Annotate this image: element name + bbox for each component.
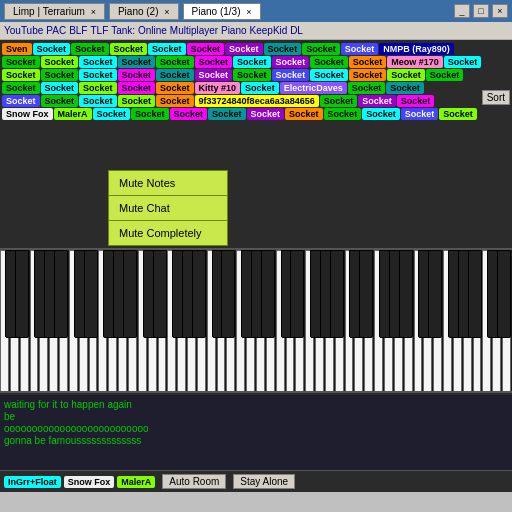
bottom-player-tag[interactable]: MalerA xyxy=(117,476,155,488)
player-tag[interactable]: Socket xyxy=(71,43,109,55)
player-tag[interactable]: Socket xyxy=(110,43,148,55)
player-tag[interactable]: Socket xyxy=(439,108,477,120)
player-tag[interactable]: Socket xyxy=(349,56,387,68)
player-tag[interactable]: Socket xyxy=(362,108,400,120)
player-tag[interactable]: Socket xyxy=(118,82,156,94)
player-tag[interactable]: Socket xyxy=(272,69,310,81)
tab-piano2[interactable]: Piano (2) × xyxy=(109,3,179,20)
sort-button[interactable]: Sort xyxy=(482,90,510,105)
player-tag[interactable]: MalerA xyxy=(54,108,92,120)
player-tag[interactable]: Socket xyxy=(386,82,424,94)
minimize-button[interactable]: _ xyxy=(454,4,470,18)
player-tag[interactable]: Socket xyxy=(2,56,40,68)
menu-mute-chat[interactable]: Mute Chat xyxy=(109,198,227,218)
player-tag[interactable]: Socket xyxy=(131,108,169,120)
player-tag[interactable]: Socket xyxy=(285,108,323,120)
player-tag[interactable]: Meow #170 xyxy=(387,56,443,68)
player-tag[interactable]: Socket xyxy=(233,69,271,81)
maximize-button[interactable]: □ xyxy=(473,4,489,18)
player-tag[interactable]: Socket xyxy=(79,69,117,81)
player-tag[interactable]: Socket xyxy=(156,95,194,107)
player-tag[interactable]: Socket xyxy=(79,95,117,107)
player-tag[interactable]: Socket xyxy=(156,82,194,94)
player-tag[interactable]: Socket xyxy=(41,95,79,107)
player-tag[interactable]: Sven xyxy=(2,43,32,55)
player-tag[interactable]: Socket xyxy=(2,69,40,81)
black-key[interactable] xyxy=(192,250,206,338)
player-tag[interactable]: Socket xyxy=(93,108,131,120)
black-key[interactable] xyxy=(221,250,235,338)
player-tag[interactable]: Socket xyxy=(156,69,194,81)
bottom-tab[interactable]: Stay Alone xyxy=(233,474,295,489)
player-tag[interactable]: Socket xyxy=(208,108,246,120)
player-tag[interactable]: 9f33724840f8eca6a3a84656 xyxy=(195,95,319,107)
player-tag[interactable]: Socket xyxy=(195,69,233,81)
player-tag[interactable]: Socket xyxy=(2,95,40,107)
bookmark-tank[interactable]: Tank: Online xyxy=(111,25,167,36)
player-tag[interactable]: Socket xyxy=(79,82,117,94)
black-key[interactable] xyxy=(330,250,344,338)
tab-piano13[interactable]: Piano (1/3) × xyxy=(183,3,261,20)
menu-mute-completely[interactable]: Mute Completely xyxy=(109,223,227,243)
player-tag[interactable]: Socket xyxy=(264,43,302,55)
black-key[interactable] xyxy=(399,250,413,338)
close-button[interactable]: × xyxy=(492,4,508,18)
black-key[interactable] xyxy=(153,250,167,338)
player-tag[interactable]: Socket xyxy=(195,56,233,68)
bottom-player-tag[interactable]: InGrr+Float xyxy=(4,476,61,488)
bookmark-keepkid[interactable]: KeepKid DL xyxy=(250,25,303,36)
player-tag[interactable]: Socket xyxy=(324,108,362,120)
player-tag[interactable]: Snow Fox xyxy=(2,108,53,120)
player-tag[interactable]: Socket xyxy=(349,69,387,81)
bottom-player-tag[interactable]: Snow Fox xyxy=(64,476,115,488)
player-tag[interactable]: Socket xyxy=(41,56,79,68)
player-tag[interactable]: Socket xyxy=(225,43,263,55)
player-tag[interactable]: Socket xyxy=(118,69,156,81)
player-tag[interactable]: Socket xyxy=(310,56,348,68)
black-key[interactable] xyxy=(359,250,373,338)
tab-limp[interactable]: Limp | Terrarium × xyxy=(4,3,105,20)
player-tag[interactable]: Socket xyxy=(170,108,208,120)
player-tag[interactable]: Socket xyxy=(358,95,396,107)
black-key[interactable] xyxy=(54,250,68,338)
player-tag[interactable]: Kitty #10 xyxy=(195,82,241,94)
player-tag[interactable]: Socket xyxy=(118,95,156,107)
player-tag[interactable]: Socket xyxy=(426,69,464,81)
black-key[interactable] xyxy=(497,250,511,338)
bookmark-youtube[interactable]: YouTube xyxy=(4,25,43,36)
player-tag[interactable]: Socket xyxy=(233,56,271,68)
player-tag[interactable]: Socket xyxy=(348,82,386,94)
player-tag[interactable]: Socket xyxy=(241,82,279,94)
black-key[interactable] xyxy=(261,250,275,338)
bookmark-tlf[interactable]: TLF xyxy=(90,25,108,36)
player-tag[interactable]: Socket xyxy=(247,108,285,120)
player-tag[interactable]: Socket xyxy=(302,43,340,55)
player-tag[interactable]: Socket xyxy=(397,95,435,107)
black-key[interactable] xyxy=(15,250,29,338)
player-tag[interactable]: Socket xyxy=(79,56,117,68)
player-tag[interactable]: Socket xyxy=(310,69,348,81)
player-tag[interactable]: Socket xyxy=(341,43,379,55)
player-tag[interactable]: Socket xyxy=(33,43,71,55)
player-tag[interactable]: Socket xyxy=(444,56,482,68)
black-key[interactable] xyxy=(428,250,442,338)
player-tag[interactable]: Socket xyxy=(320,95,358,107)
player-tag[interactable]: Socket xyxy=(148,43,186,55)
black-key[interactable] xyxy=(84,250,98,338)
player-tag[interactable]: Socket xyxy=(156,56,194,68)
player-tag[interactable]: Socket xyxy=(41,82,79,94)
player-tag[interactable]: Socket xyxy=(401,108,439,120)
player-tag[interactable]: Socket xyxy=(2,82,40,94)
player-tag[interactable]: Socket xyxy=(387,69,425,81)
menu-mute-notes[interactable]: Mute Notes xyxy=(109,173,227,193)
black-key[interactable] xyxy=(290,250,304,338)
player-tag[interactable]: Socket xyxy=(41,69,79,81)
player-tag[interactable]: Socket xyxy=(187,43,225,55)
black-key[interactable] xyxy=(468,250,482,338)
bottom-tab[interactable]: Auto Room xyxy=(162,474,226,489)
player-tag[interactable]: Socket xyxy=(118,56,156,68)
player-tag[interactable]: Socket xyxy=(272,56,310,68)
player-tag[interactable]: ElectricDaves xyxy=(280,82,347,94)
player-tag[interactable]: NMPB (Ray890) xyxy=(379,43,454,55)
black-key[interactable] xyxy=(123,250,137,338)
